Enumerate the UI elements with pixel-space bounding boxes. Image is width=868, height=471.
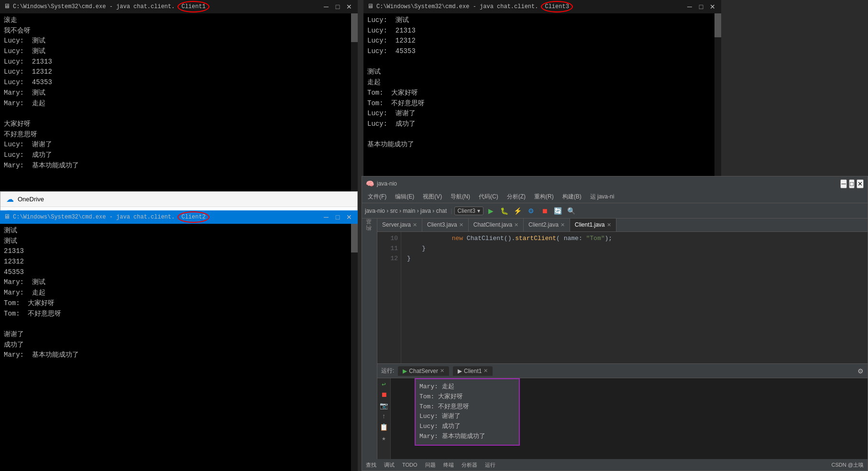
- popup-line-5: Lucy: 成功了: [419, 422, 515, 432]
- run-content: ↩ ⏹ 📷 ↑ 📋 ★ Mary: 走起 Tom: 大家好呀: [377, 378, 868, 459]
- line-num-10: 10: [382, 234, 398, 244]
- idea-menubar: 文件(F) 编辑(E) 视图(V) 导航(N) 代码(C) 分析(Z) 重构(R…: [362, 191, 868, 203]
- cmd-titlebar-client1: 🖥 C:\Windows\System32\cmd.exe - java cha…: [0, 0, 358, 13]
- branch-arrow: ▾: [477, 208, 480, 214]
- cmd-icon-3: 🖥: [367, 2, 374, 11]
- run-tab-chatserver-icon: ▶: [403, 368, 407, 374]
- debug-btn[interactable]: 🐛: [499, 206, 510, 216]
- menu-file[interactable]: 文件(F): [364, 192, 390, 202]
- menu-nav[interactable]: 导航(N): [447, 192, 474, 202]
- idea-editor-tabs: Server.java ✕ Client3.java ✕ ChatClient.…: [377, 219, 868, 232]
- status-terminal[interactable]: 终端: [443, 461, 454, 469]
- run-tab-client1-close[interactable]: ✕: [483, 368, 488, 374]
- menu-run[interactable]: 运 java-ni: [586, 192, 618, 202]
- menu-view[interactable]: 视图(V): [419, 192, 446, 202]
- onedrive-icon: ☁: [6, 195, 14, 204]
- cmd-content-client1: 滚走 我不会呀 Lucy: 测试 Lucy: 测试 Lucy: 21313 Lu…: [0, 13, 358, 191]
- restore-button-client2[interactable]: □: [333, 213, 342, 221]
- run-tab-client1-label: Client1: [464, 368, 482, 374]
- idea-close[interactable]: ✕: [857, 179, 864, 188]
- run-icon-stop[interactable]: ⏹: [381, 391, 387, 399]
- tab-client3-close[interactable]: ✕: [459, 222, 463, 228]
- stop-btn[interactable]: ⏹: [539, 206, 550, 216]
- minimize-button-client2[interactable]: ─: [321, 213, 331, 221]
- settings-btn-toolbar[interactable]: ⚙: [526, 206, 537, 216]
- status-problems[interactable]: 问题: [425, 461, 436, 469]
- menu-refactor[interactable]: 重构(R): [530, 192, 558, 202]
- menu-analyze[interactable]: 分析(Z): [503, 192, 529, 202]
- run-tab-client1[interactable]: ▶ Client1 ✕: [453, 366, 493, 376]
- scrollbar-client1[interactable]: [351, 13, 358, 191]
- run-icon-camera[interactable]: 📷: [380, 402, 388, 410]
- idea-window[interactable]: 🧠 java-nio ─ □ ✕ 文件(F) 编辑(E) 视图(V) 导航(N)…: [362, 176, 868, 471]
- status-analyzer[interactable]: 分析器: [461, 461, 477, 469]
- scrollbar-client3[interactable]: [714, 13, 721, 181]
- left-panel-git[interactable]: 基: [365, 227, 374, 231]
- menu-edit[interactable]: 编辑(E): [391, 192, 418, 202]
- tab-client1-label: Client1.java: [575, 221, 605, 228]
- onedrive-header: ☁ OneDrive: [0, 192, 357, 207]
- tab-client2-close[interactable]: ✕: [560, 222, 565, 228]
- close-button-client2[interactable]: ✕: [344, 213, 354, 221]
- project-path: java-nio › src › main › java › chat: [365, 208, 447, 214]
- idea-maximize[interactable]: □: [849, 179, 855, 188]
- idea-minimize[interactable]: ─: [840, 179, 846, 188]
- tab-client2[interactable]: Client2.java ✕: [524, 219, 570, 231]
- status-run[interactable]: 运行: [485, 461, 495, 469]
- minimize-button-client3[interactable]: ─: [685, 2, 694, 11]
- cmd-window-client2[interactable]: 🖥 C:\Windows\System32\cmd.exe - java cha…: [0, 210, 358, 471]
- tab-client1-close[interactable]: ✕: [607, 222, 611, 228]
- restore-button-client3[interactable]: □: [696, 2, 706, 11]
- tab-chatchlient[interactable]: ChatClient.java ✕: [469, 219, 524, 231]
- close-button-client3[interactable]: ✕: [708, 2, 717, 11]
- run-icon-star[interactable]: ★: [382, 434, 385, 442]
- scroll-thumb-client3[interactable]: [714, 13, 721, 37]
- idea-logo: 🧠: [366, 180, 374, 187]
- editor-code: new ChatClient().startClient( name: "Tom…: [401, 232, 868, 363]
- run-settings-icon[interactable]: ⚙: [857, 367, 864, 375]
- tab-client1[interactable]: Client1.java ✕: [570, 219, 616, 231]
- menu-code[interactable]: 代码(C): [475, 192, 502, 202]
- tab-server-close[interactable]: ✕: [413, 222, 417, 228]
- cmd-title-text-client3: 🖥 C:\Windows\System32\cmd.exe - java cha…: [367, 1, 573, 12]
- run-icon-up[interactable]: ↑: [382, 413, 385, 420]
- close-button-client1[interactable]: ✕: [344, 2, 354, 11]
- reload-btn[interactable]: 🔄: [552, 206, 564, 216]
- tab-chatclient-close[interactable]: ✕: [514, 222, 518, 228]
- profile-btn[interactable]: ⚡: [512, 206, 524, 216]
- scroll-thumb-client1[interactable]: [351, 13, 358, 42]
- cmd-window-client1[interactable]: 🖥 C:\Windows\System32\cmd.exe - java cha…: [0, 0, 358, 191]
- menu-build[interactable]: 构建(B): [559, 192, 585, 202]
- run-btn[interactable]: ▶: [485, 206, 497, 216]
- status-search[interactable]: 查找: [366, 461, 376, 469]
- left-panel-project[interactable]: 结: [365, 220, 374, 224]
- idea-left-panel: 结 基 构: [362, 219, 377, 459]
- search-everywhere-btn[interactable]: 🔍: [566, 206, 577, 216]
- cmd-window-client3[interactable]: 🖥 C:\Windows\System32\cmd.exe - java cha…: [363, 0, 721, 181]
- tab-server[interactable]: Server.java ✕: [377, 219, 422, 231]
- cmd-title-prefix-2: C:\Windows\System32\cmd.exe - java chat.…: [13, 213, 175, 221]
- status-debug[interactable]: 调试: [384, 461, 395, 469]
- run-tabs-bar: 运行: ▶ ChatServer ✕ ▶ Client1 ✕ ⚙: [377, 364, 868, 378]
- run-icon-reload[interactable]: ↩: [382, 380, 385, 388]
- tab-client3-label: Client3.java: [427, 221, 457, 228]
- scroll-thumb-client2[interactable]: [351, 224, 358, 252]
- idea-editor[interactable]: 10 11 12 new ChatClient().startClient( n…: [377, 232, 868, 363]
- status-todo[interactable]: TODO: [402, 462, 418, 468]
- tab-client3[interactable]: Client3.java ✕: [422, 219, 469, 231]
- scrollbar-client2[interactable]: [351, 224, 358, 471]
- line-num-12: 12: [382, 254, 398, 264]
- run-tab-chatserver[interactable]: ▶ ChatServer ✕: [398, 366, 449, 376]
- status-csdn[interactable]: CSDN @土嗅: [832, 461, 864, 469]
- minimize-button-client1[interactable]: ─: [321, 2, 331, 11]
- cmd-titlebar-client2: 🖥 C:\Windows\System32\cmd.exe - java cha…: [0, 210, 358, 224]
- editor-gutter: 10 11 12: [377, 232, 401, 363]
- restore-button-client1[interactable]: □: [333, 2, 342, 11]
- popup-line-4: Lucy: 谢谢了: [419, 412, 515, 422]
- run-tab-chatserver-close[interactable]: ✕: [440, 368, 444, 374]
- cmd-title-highlight-client1: Client1: [177, 1, 209, 12]
- branch-selector[interactable]: Client3 ▾: [454, 207, 483, 215]
- left-panel-structure[interactable]: 构: [365, 234, 374, 238]
- run-icon-copy[interactable]: 📋: [380, 423, 388, 431]
- code-line-10: new ChatClient().startClient( name: "Tom…: [407, 234, 862, 244]
